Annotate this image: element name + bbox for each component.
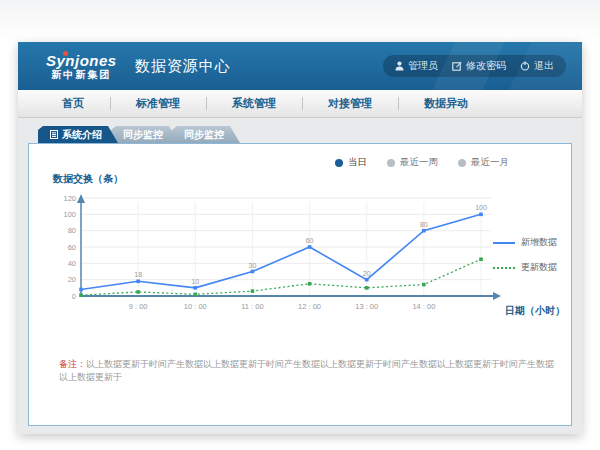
user-name-label: 管理员: [408, 59, 438, 73]
radio-last-week[interactable]: 最近一周: [387, 156, 438, 169]
legend-label: 更新数据: [521, 261, 557, 274]
tab-label: 同步监控: [123, 126, 163, 143]
blue-line-sample-icon: [493, 242, 515, 244]
time-range-filter: 当日 最近一周 最近一月: [335, 156, 509, 169]
chart-panel: 当日 最近一周 最近一月 数据交换（条） 0204060801001209 : …: [28, 143, 572, 426]
document-icon: [50, 130, 58, 139]
svg-text:20: 20: [68, 275, 76, 284]
svg-text:10: 10: [191, 278, 199, 285]
line-chart: 0204060801001209 : 0010 : 0011 : 0012 : …: [45, 190, 515, 325]
user-icon: [395, 61, 404, 71]
radio-dot-icon: [387, 159, 395, 167]
svg-text:120: 120: [63, 194, 76, 203]
nav-item-standard-management[interactable]: 标准管理: [110, 90, 206, 117]
legend-label: 新增数据: [521, 236, 557, 249]
radio-label: 最近一周: [400, 156, 438, 169]
legend-item-new-data[interactable]: 新增数据: [493, 236, 557, 249]
x-axis-title: 日期（小时）: [505, 304, 565, 318]
radio-last-month[interactable]: 最近一月: [458, 156, 509, 169]
tab-sync-monitor-2[interactable]: 同步监控: [172, 126, 240, 143]
radio-label: 最近一月: [471, 156, 509, 169]
chart-legend: 新增数据 更新数据: [493, 236, 557, 274]
company-logo: Synjones 新中新集团: [46, 52, 117, 81]
main-window: Synjones 新中新集团 数据资源中心 管理员 修改密码 退出 首页 标准管…: [18, 42, 582, 434]
nav-item-system-management[interactable]: 系统管理: [206, 90, 302, 117]
svg-text:100: 100: [63, 210, 76, 219]
change-password-label: 修改密码: [466, 59, 506, 73]
svg-text:18: 18: [134, 271, 142, 278]
svg-text:30: 30: [249, 262, 257, 269]
svg-text:12 : 00: 12 : 00: [298, 302, 321, 311]
main-navigation: 首页 标准管理 系统管理 对接管理 数据异动: [18, 90, 582, 118]
svg-text:80: 80: [420, 221, 428, 228]
svg-text:40: 40: [68, 259, 76, 268]
radio-dot-icon: [458, 159, 466, 167]
change-password-button[interactable]: 修改密码: [452, 59, 506, 73]
user-menu[interactable]: 管理员: [395, 59, 438, 73]
tab-bar: 系统介绍 同步监控 同步监控: [38, 126, 572, 143]
svg-text:9 : 00: 9 : 00: [129, 302, 148, 311]
chart-container: 0204060801001209 : 0010 : 0011 : 0012 : …: [45, 190, 515, 329]
power-icon: [520, 61, 530, 71]
y-axis-title: 数据交换（条）: [53, 172, 123, 186]
radio-label: 当日: [348, 156, 367, 169]
tab-label: 同步监控: [184, 126, 224, 143]
note-prefix: 备注：: [59, 359, 86, 369]
edit-icon: [452, 61, 462, 71]
svg-text:60: 60: [306, 237, 314, 244]
tab-system-intro[interactable]: 系统介绍: [38, 126, 118, 143]
content-area: 系统介绍 同步监控 同步监控 当日 最近一周: [18, 118, 582, 426]
logout-button[interactable]: 退出: [520, 59, 554, 73]
footer-note: 备注：以上数据更新于时间产生数据以上数据更新于时间产生数据以上数据更新于时间产生…: [59, 358, 555, 383]
green-dotted-line-sample-icon: [493, 267, 515, 269]
app-header: Synjones 新中新集团 数据资源中心 管理员 修改密码 退出: [18, 42, 582, 90]
svg-text:14 : 00: 14 : 00: [412, 302, 435, 311]
svg-text:0: 0: [72, 292, 76, 301]
svg-text:10 : 00: 10 : 00: [184, 302, 207, 311]
logo-subtext: 新中新集团: [46, 69, 117, 81]
nav-item-integration-management[interactable]: 对接管理: [302, 90, 398, 117]
logout-label: 退出: [534, 59, 554, 73]
radio-today[interactable]: 当日: [335, 156, 367, 169]
legend-item-updated-data[interactable]: 更新数据: [493, 261, 557, 274]
user-toolbar: 管理员 修改密码 退出: [383, 55, 566, 77]
note-text: 以上数据更新于时间产生数据以上数据更新于时间产生数据以上数据更新于时间产生数据以…: [59, 359, 554, 382]
svg-text:80: 80: [68, 226, 76, 235]
radio-dot-icon: [335, 159, 343, 167]
svg-text:13 : 00: 13 : 00: [355, 302, 378, 311]
svg-text:100: 100: [475, 204, 487, 211]
nav-item-data-changes[interactable]: 数据异动: [398, 90, 494, 117]
tab-label: 系统介绍: [62, 126, 102, 143]
svg-text:60: 60: [68, 243, 76, 252]
page-title: 数据资源中心: [135, 57, 231, 76]
logo-accent-dot: [63, 51, 68, 56]
tab-sync-monitor-1[interactable]: 同步监控: [111, 126, 179, 143]
logo-text: Synjones: [46, 52, 117, 69]
nav-item-home[interactable]: 首页: [36, 90, 110, 117]
svg-text:11 : 00: 11 : 00: [241, 302, 263, 311]
svg-text:20: 20: [363, 270, 371, 277]
